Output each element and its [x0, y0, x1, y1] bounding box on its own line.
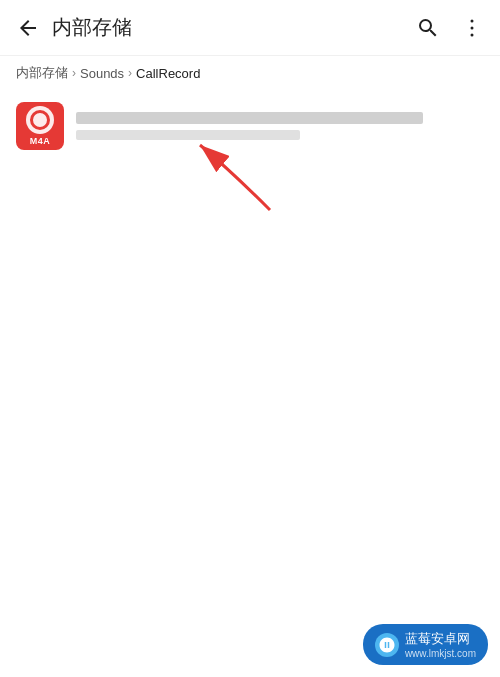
more-options-button[interactable]: [452, 8, 492, 48]
breadcrumb-callrecord[interactable]: CallRecord: [136, 66, 200, 81]
back-button[interactable]: [8, 8, 48, 48]
breadcrumb-chevron-2: ›: [128, 66, 132, 80]
page-title: 内部存储: [52, 14, 408, 41]
breadcrumb: 内部存储 › Sounds › CallRecord: [0, 56, 500, 90]
svg-point-0: [471, 19, 474, 22]
file-icon-m4a: M4A: [16, 102, 64, 150]
file-icon-symbol: [26, 106, 54, 134]
breadcrumb-chevron-1: ›: [72, 66, 76, 80]
svg-point-2: [471, 33, 474, 36]
watermark-url: www.lmkjst.com: [405, 648, 476, 659]
file-info: [76, 112, 484, 140]
file-meta-placeholder: [76, 130, 300, 140]
search-button[interactable]: [408, 8, 448, 48]
svg-point-1: [471, 26, 474, 29]
file-name-placeholder: [76, 112, 423, 124]
breadcrumb-sounds[interactable]: Sounds: [80, 66, 124, 81]
watermark-site-name: 蓝莓安卓网: [405, 630, 476, 648]
file-type-label: M4A: [30, 136, 51, 146]
app-bar: 内部存储: [0, 0, 500, 56]
file-list: M4A: [0, 90, 500, 162]
file-item[interactable]: M4A: [0, 94, 500, 158]
watermark: 蓝莓安卓网 www.lmkjst.com: [363, 624, 488, 665]
app-bar-actions: [408, 8, 492, 48]
breadcrumb-internal-storage[interactable]: 内部存储: [16, 64, 68, 82]
watermark-icon: [375, 633, 399, 657]
